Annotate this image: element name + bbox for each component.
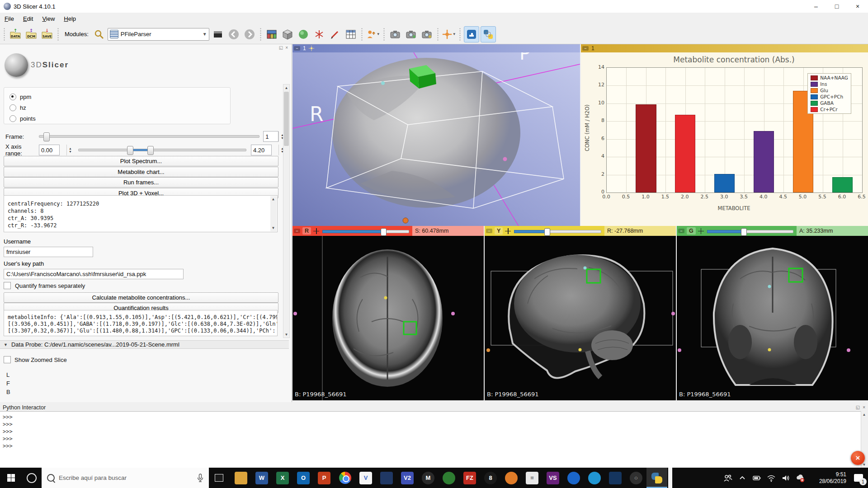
slider-handle[interactable]	[741, 228, 747, 236]
table-view-icon[interactable]	[344, 27, 358, 42]
pin-icon[interactable]: −	[486, 229, 492, 233]
notification-close-button[interactable]: ×	[851, 451, 865, 465]
radio-ppm[interactable]	[9, 94, 16, 100]
frame-slider[interactable]	[39, 135, 259, 138]
collapse-triangle-icon[interactable]: ▼	[4, 343, 8, 347]
metabolite-chart-button[interactable]: Metabolite chart...	[4, 167, 278, 177]
crosshair-icon[interactable]	[505, 228, 511, 234]
xaxis-range-slider[interactable]	[78, 149, 246, 151]
slice-offset-slider[interactable]	[514, 228, 601, 234]
module-selector-combo[interactable]: PFileParser▼	[108, 28, 209, 41]
panel-scroll-up[interactable]: ▲	[283, 84, 289, 91]
radio-points[interactable]	[9, 115, 16, 122]
taskbar-app-notes-app[interactable]: ≡	[522, 468, 542, 488]
crosshair-icon[interactable]	[698, 228, 704, 234]
taskbar-app-slicer-python[interactable]	[646, 468, 667, 488]
xaxis-min-handle[interactable]	[127, 146, 133, 155]
screenshot-icon[interactable]	[388, 27, 402, 42]
taskbar-app-outlook[interactable]: O	[293, 468, 314, 488]
slider-handle[interactable]	[381, 228, 387, 236]
panel-dock-icon[interactable]: ◱	[279, 45, 283, 50]
taskbar-app-powerpoint[interactable]: P	[314, 468, 335, 488]
load-dicom-button-icon[interactable]: DCM↕	[24, 27, 38, 42]
save-button-icon[interactable]: SAVE↓	[40, 27, 54, 42]
close-button[interactable]: ×	[847, 0, 868, 13]
annotate-pen-icon[interactable]	[328, 27, 342, 42]
panel-scroll-thumb[interactable]	[284, 92, 289, 146]
python-close-icon[interactable]: ×	[863, 405, 865, 410]
unit-option-hz[interactable]: hz	[9, 102, 230, 113]
pin-icon[interactable]: −	[294, 46, 300, 51]
taskbar-app-blue-app[interactable]	[584, 468, 605, 488]
taskbar-app-green-app[interactable]	[439, 468, 459, 488]
username-input[interactable]: fmrsiuser	[4, 247, 93, 257]
taskbar-app-v-app[interactable]: V	[355, 468, 376, 488]
taskbar-app-media-app[interactable]	[376, 468, 397, 488]
start-button[interactable]	[0, 468, 22, 488]
crosshair-icon[interactable]: ▼	[442, 27, 456, 42]
plot-spectrum-button[interactable]: Plot Spectrum...	[4, 156, 278, 166]
taskbar-app-word[interactable]: W	[251, 468, 272, 488]
unit-option-ppm[interactable]: ppm	[9, 91, 230, 102]
cube-icon[interactable]	[280, 27, 295, 42]
maximize-button[interactable]: □	[826, 0, 847, 13]
menu-item-help[interactable]: Help	[59, 14, 80, 23]
crosshair-icon[interactable]	[313, 228, 319, 234]
taskbar-app-miplab-app[interactable]: M	[418, 468, 439, 488]
slice-header-yellow[interactable]: −YR: -27.768mm	[485, 226, 676, 236]
slice-header-red[interactable]: −RS: 60.478mm	[292, 226, 484, 236]
action-center-button[interactable]: 1	[849, 468, 868, 488]
pin-icon[interactable]: −	[582, 46, 589, 51]
pin-icon[interactable]: −	[678, 229, 684, 233]
battery-icon[interactable]	[750, 468, 764, 488]
frame-slider-handle[interactable]	[43, 132, 50, 141]
quantify-checkbox[interactable]	[4, 282, 11, 289]
menu-item-edit[interactable]: Edit	[19, 14, 38, 23]
menu-item-file[interactable]: File	[0, 14, 19, 23]
keypath-input[interactable]: C:\Users\FranciscoMarcano\.ssh\fmrsiuser…	[4, 269, 184, 279]
xaxis-min-spinbox[interactable]: 0.00	[39, 145, 60, 155]
task-view-button[interactable]	[209, 468, 229, 488]
taskbar-app-file-explorer[interactable]	[231, 468, 251, 488]
panel-close-icon[interactable]: ×	[285, 45, 288, 50]
cortana-button[interactable]	[22, 468, 42, 488]
threed-viewport[interactable]: R P	[292, 52, 580, 226]
taskbar-search[interactable]: Escribe aquí para buscar	[42, 468, 209, 488]
module-search-icon[interactable]	[92, 27, 106, 42]
pin-icon[interactable]: −	[294, 229, 300, 233]
metabolite-chart[interactable]: Metabolite concentration (Abs.) NAA+NAAG…	[581, 52, 868, 226]
minimize-button[interactable]: –	[806, 0, 826, 13]
layout-selector-icon[interactable]	[264, 27, 279, 42]
slice-header-green[interactable]: −GA: 35.233mm	[677, 226, 868, 236]
data-probe-header[interactable]: ▼ Data Probe: C:/dev/1.namic/scenes/av..…	[0, 340, 289, 349]
xaxis-min-arrows[interactable]: ▲▼	[66, 145, 74, 155]
taskbar-app-putty-app[interactable]	[563, 468, 584, 488]
taskbar-app-v2-app[interactable]: V2	[397, 468, 418, 488]
show-zoomed-checkbox[interactable]	[4, 356, 11, 363]
volume-icon[interactable]	[778, 468, 793, 488]
extensions-icon[interactable]	[464, 26, 479, 42]
chevron-up-icon[interactable]	[735, 468, 750, 488]
taskbar-app-visual-studio[interactable]: VS	[542, 468, 563, 488]
onedrive-error-icon[interactable]	[793, 468, 807, 488]
chart-view-header[interactable]: − 1	[581, 44, 868, 52]
python-console[interactable]: >>>>>>>>>>>>>>>	[0, 411, 868, 468]
module-history-icon[interactable]	[211, 27, 225, 42]
slice-viewport-sagittal[interactable]: B: P19968_56691	[485, 236, 676, 400]
xaxis-max-spinbox[interactable]: 4.20	[251, 145, 272, 155]
console-scroll-up[interactable]: ▲	[861, 411, 867, 418]
xaxis-max-handle[interactable]	[147, 146, 154, 155]
python-interactor-header[interactable]: Python Interactor ◱ ×	[0, 404, 868, 411]
fiducial-person-icon[interactable]: ▼	[366, 27, 380, 42]
panel-scroll-down[interactable]: ▼	[283, 331, 289, 338]
wifi-icon[interactable]	[764, 468, 778, 488]
info-scroll-down[interactable]: ▼	[270, 225, 276, 231]
history-forward-icon[interactable]	[242, 27, 257, 42]
taskbar-app-filezilla[interactable]: FZ	[459, 468, 480, 488]
brain-volume-icon[interactable]	[296, 27, 311, 42]
unit-option-points[interactable]: points	[9, 113, 230, 124]
slice-offset-slider[interactable]	[322, 228, 409, 234]
taskbar-app-chrome[interactable]	[335, 468, 355, 488]
scene-view-capture-icon[interactable]	[404, 27, 418, 42]
slider-handle[interactable]	[544, 228, 550, 236]
